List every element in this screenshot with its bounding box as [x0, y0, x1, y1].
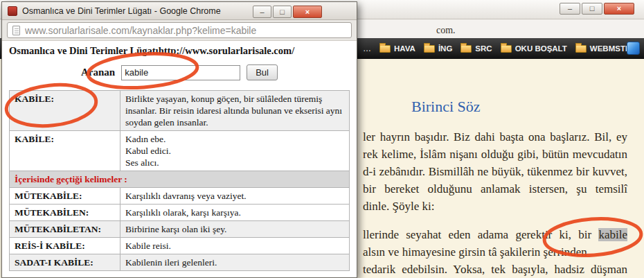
- dictionary-window: Osmanlıca ve Dini Terimler Lügatı - Goog…: [1, 1, 357, 278]
- highlighted-word: kabile: [598, 228, 627, 241]
- term-cell: REİS-İ KABİLE:: [10, 238, 120, 254]
- folder-icon: [424, 45, 435, 53]
- text-line: d-i zebânıdır. Bismillâh ne büyük, tüken…: [363, 163, 627, 180]
- window-title: Osmanlıca ve Dini Terimler Lügatı - Goog…: [22, 6, 221, 16]
- bookmark-fragment: …: [363, 44, 371, 53]
- text-line: alsın ve himayesine girsin tâ şakilerin …: [363, 243, 627, 261]
- screen: – □ × com. … HAVA İNG SRC: [0, 0, 644, 278]
- bookmark-label: HAVA: [394, 44, 415, 53]
- text-fragment: llerinde seyahat eden adama gerektir ki,…: [363, 228, 598, 241]
- section-header-row: İçerisinde geçtiği kelimeler :: [10, 171, 350, 188]
- text-line: rek kelime, İslâm nişanı olduğu gibi, bü…: [363, 146, 627, 163]
- dictionary-table: KABİLE: Birlikte yaşayan, konup göçen, b…: [9, 90, 350, 271]
- text-line: tedarik edebilsin. Yoksa, tek başıyla, h…: [363, 261, 627, 278]
- minimize-icon[interactable]: –: [253, 6, 271, 18]
- definition-cell: Karşılıklı davranış veya vaziyet.: [120, 188, 350, 205]
- table-row: SADAT-I KABİLE: Kabilenin ileri gelenler…: [10, 254, 350, 271]
- background-page-title: Birinci Söz: [411, 98, 481, 116]
- text-line: ler hayrın başıdır. Biz dahi başta ona b…: [363, 128, 627, 146]
- bookmark-label: OKU BOŞALT: [515, 44, 567, 53]
- folder-icon: [460, 45, 472, 53]
- url-text[interactable]: www.sorularlarisale.com/kaynaklar.php?ke…: [25, 25, 256, 36]
- maximize-icon[interactable]: □: [273, 6, 292, 18]
- background-tab-title-fragment[interactable]: com.: [436, 25, 456, 36]
- search-row: Aranan Bul: [9, 64, 350, 80]
- definition-line: Kabul edici.: [125, 145, 344, 157]
- section-header: İçerisinde geçtiği kelimeler :: [10, 171, 350, 188]
- term-cell: KABİLE:: [10, 91, 120, 131]
- definition-cell: Kadın ebe. Kabul edici. Ses alıcı.: [120, 131, 350, 171]
- text-line: llerinde seyahat eden adama gerektir ki,…: [363, 226, 627, 243]
- address-bar-row: www.sorularlarisale.com/kaynaklar.php?ke…: [2, 20, 357, 41]
- bookmark-label: WEBMSTR: [590, 44, 631, 53]
- minimize-icon[interactable]: –: [560, 3, 580, 15]
- table-row: KABİLE: Kadın ebe. Kabul edici. Ses alıc…: [10, 131, 350, 171]
- bookmark-folder-oku-bosalt[interactable]: OKU BOŞALT: [501, 44, 567, 53]
- term-cell: MÜTEKABİLETAN:: [10, 221, 120, 238]
- dictionary-titlebar[interactable]: Osmanlıca ve Dini Terimler Lügatı - Goog…: [2, 2, 357, 20]
- search-input[interactable]: [121, 65, 240, 80]
- term-cell: MÜTEKABİLE:: [10, 188, 120, 205]
- page-favicon-icon: [8, 6, 17, 16]
- definition-cell: Birlikte yaşayan, konup göçen, bir sülâl…: [120, 91, 350, 131]
- bookmark-folder-webmstr[interactable]: WEBMSTR: [575, 44, 631, 53]
- page-icon[interactable]: [12, 26, 20, 35]
- browser-app-icon[interactable]: [627, 42, 640, 55]
- definition-cell: Kabilenin ileri gelenleri.: [120, 254, 350, 271]
- definition-cell: Kabile reisi.: [120, 238, 350, 254]
- omnibox[interactable]: www.sorularlarisale.com/kaynaklar.php?ke…: [7, 22, 352, 38]
- term-cell: SADAT-I KABİLE:: [10, 254, 120, 271]
- table-row: MÜTEKABİLEN: Karşılıklı olarak, karşı ka…: [10, 205, 350, 221]
- definition-cell: Birbirine karşı olan iki şey.: [120, 221, 350, 238]
- term-cell: MÜTEKABİLEN:: [10, 205, 120, 221]
- text-line: dinle. Şöyle ki:: [363, 198, 627, 215]
- window-controls: – □ ×: [253, 6, 322, 18]
- background-page-text: ler hayrın başıdır. Biz dahi başta ona b…: [363, 128, 627, 278]
- dictionary-site-url[interactable]: http://www.sorularlarisale.com/: [159, 45, 295, 56]
- text-line: bir bereket olduğunu anlamak istersen, ş…: [363, 180, 627, 198]
- close-icon[interactable]: ×: [293, 6, 322, 18]
- maximize-icon[interactable]: □: [582, 3, 602, 15]
- bookmarks-strip: … HAVA İNG SRC OKU BOŞALT: [363, 44, 631, 53]
- definition-cell: Karşılıklı olarak, karşı karşıya.: [120, 205, 350, 221]
- background-window-controls: – □ ×: [560, 3, 634, 15]
- folder-icon: [379, 45, 391, 53]
- bookmark-folder-ing[interactable]: İNG: [424, 44, 452, 53]
- search-button[interactable]: Bul: [247, 64, 278, 80]
- term-cell: KABİLE:: [10, 131, 120, 171]
- definition-line: Ses alıcı.: [125, 157, 344, 168]
- table-row: REİS-İ KABİLE: Kabile reisi.: [10, 238, 350, 254]
- dictionary-title: Osmanlıca ve Dini Terimler Lügatı: [9, 45, 159, 56]
- bookmark-label: SRC: [475, 44, 492, 53]
- table-row: MÜTEKABİLETAN: Birbirine karşı olan iki …: [10, 221, 350, 238]
- dictionary-header: Osmanlıca ve Dini Terimler Lügatıhttp://…: [9, 45, 350, 57]
- table-row: MÜTEKABİLE: Karşılıklı davranış veya vaz…: [10, 188, 350, 205]
- folder-icon: [575, 45, 587, 53]
- definition-line: Kadın ebe.: [125, 133, 344, 145]
- folder-icon: [501, 45, 512, 53]
- table-row: KABİLE: Birlikte yaşayan, konup göçen, b…: [10, 91, 350, 131]
- close-icon[interactable]: ×: [604, 3, 634, 15]
- dictionary-page: Osmanlıca ve Dini Terimler Lügatıhttp://…: [2, 41, 357, 277]
- bookmark-label: İNG: [438, 44, 452, 53]
- bookmark-folder-src[interactable]: SRC: [460, 44, 492, 53]
- bookmark-folder-hava[interactable]: HAVA: [379, 44, 415, 53]
- search-label: Aranan: [81, 67, 115, 78]
